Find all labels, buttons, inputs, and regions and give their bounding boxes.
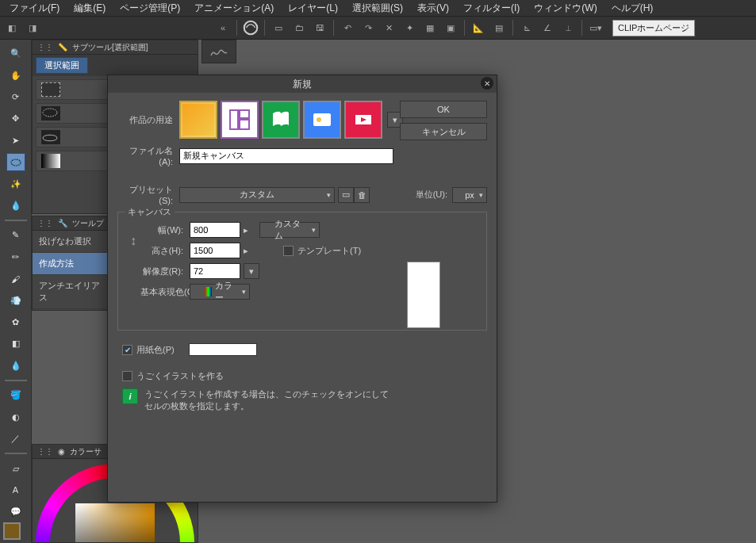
preset-delete-button[interactable]: 🗑 xyxy=(354,187,370,203)
ruler-icon[interactable]: 📐 xyxy=(470,19,487,36)
filename-label: ファイル名(A): xyxy=(117,145,179,166)
clear-icon[interactable]: ✕ xyxy=(380,19,397,36)
resolution-label: 解像度(R): xyxy=(140,266,190,277)
dialog-titlebar[interactable]: 新規 ✕ xyxy=(108,75,497,93)
toolbar-chevrons[interactable]: « xyxy=(214,19,232,36)
menu-layer[interactable]: レイヤー(L) xyxy=(282,0,344,17)
operation-tool-icon[interactable]: ➤ xyxy=(6,132,25,150)
paper-color-swatch[interactable] xyxy=(189,343,257,356)
color-swatches xyxy=(3,522,21,540)
clip-homepage-link[interactable]: CLIPホームページ xyxy=(612,20,695,36)
canvas-preview xyxy=(407,262,440,328)
move-tool-icon[interactable]: ✥ xyxy=(6,109,25,128)
snap2-icon[interactable]: ∠ xyxy=(539,19,556,36)
rgb-bars-icon xyxy=(205,287,212,296)
undo-icon[interactable]: ↶ xyxy=(339,19,356,36)
redo-icon[interactable]: ↷ xyxy=(359,19,377,36)
airbrush-tool-icon[interactable]: 💨 xyxy=(6,291,25,309)
dialog-close-button[interactable]: ✕ xyxy=(481,77,493,90)
deco-tool-icon[interactable]: ✿ xyxy=(6,313,25,331)
color-circle-icon: ◉ xyxy=(58,447,65,456)
menu-view[interactable]: 表示(V) xyxy=(411,0,455,17)
width-arrow-icon[interactable]: ▸ xyxy=(240,225,251,235)
fg-color-swatch[interactable] xyxy=(3,522,21,540)
resolution-dropdown-button[interactable]: ▾ xyxy=(244,263,259,279)
blend-tool-icon[interactable]: 💧 xyxy=(6,357,25,375)
unit-dropdown[interactable]: px xyxy=(452,187,487,203)
save-file-icon[interactable]: 🖫 xyxy=(311,19,328,36)
new-dialog: 新規 ✕ OK キャンセル 作品の用途 ▾ ファイル名(A): xyxy=(107,75,497,503)
size-preset-dropdown[interactable]: カスタム xyxy=(259,222,320,238)
moving-illust-checkbox[interactable] xyxy=(122,371,132,381)
hand-tool-icon[interactable]: ✋ xyxy=(6,66,25,84)
menu-filter[interactable]: フィルター(I) xyxy=(457,0,526,17)
preset-add-button[interactable]: ▭ xyxy=(338,187,354,203)
menu-window[interactable]: ウィンドウ(W) xyxy=(528,0,603,17)
moving-illust-desc1: うごくイラストを作成する場合は、このチェックをオンにして xyxy=(144,388,389,400)
purpose-print-button[interactable] xyxy=(303,101,341,139)
toolprop-antialias[interactable]: アンチエイリアス xyxy=(33,275,110,309)
eyedropper-tool-icon[interactable]: 💧 xyxy=(6,197,25,215)
brush-tool-icon[interactable]: 🖌 xyxy=(6,270,25,288)
toolbar-left2[interactable]: ◨ xyxy=(24,19,41,36)
workspace-dropdown-icon[interactable]: ▭▾ xyxy=(587,19,604,36)
deselect-icon[interactable]: ▣ xyxy=(442,19,459,36)
toolprop-header[interactable]: ⋮⋮ 🔧 ツールプ xyxy=(33,216,110,231)
document-tab[interactable] xyxy=(201,40,236,63)
moving-illust-desc2: セルの枚数を指定します。 xyxy=(144,400,389,412)
resolution-input[interactable] xyxy=(190,263,240,279)
purpose-comic-button[interactable] xyxy=(221,101,259,139)
menu-file[interactable]: ファイル(F) xyxy=(3,0,66,17)
csp-logo-icon[interactable] xyxy=(242,19,259,36)
template-checkbox[interactable] xyxy=(283,246,294,256)
paper-label: 用紙色(P) xyxy=(136,344,175,356)
gradient-tool-icon[interactable]: ◐ xyxy=(6,408,25,426)
pen-tool-icon[interactable]: ✎ xyxy=(6,226,25,244)
purpose-animation-button[interactable] xyxy=(344,101,382,139)
purpose-book-button[interactable] xyxy=(262,101,300,139)
selection-tool-icon[interactable] xyxy=(6,153,25,171)
svg-point-7 xyxy=(317,117,321,122)
menu-edit[interactable]: 編集(E) xyxy=(67,0,112,17)
subtool-panel-header[interactable]: ⋮⋮ 📏 サブツール[選択範囲] xyxy=(33,40,198,55)
snap-icon[interactable]: ⊾ xyxy=(518,19,535,36)
ok-button[interactable]: OK xyxy=(400,101,487,118)
open-file-icon[interactable]: 🗀 xyxy=(290,19,308,36)
balloon-tool-icon[interactable]: 💬 xyxy=(6,503,25,521)
tool-property-panel: ⋮⋮ 🔧 ツールプ 投げなわ選択 作成方法 アンチエイリアス xyxy=(32,216,111,311)
colormode-dropdown[interactable]: カラー xyxy=(190,284,250,300)
magic-wand-tool-icon[interactable]: ✨ xyxy=(6,174,25,193)
crosshair-icon[interactable]: ✦ xyxy=(401,19,418,36)
subtool-tab-selection[interactable]: 選択範囲 xyxy=(36,57,88,74)
height-arrow-icon[interactable]: ▸ xyxy=(240,246,251,256)
select-all-icon[interactable]: ▦ xyxy=(421,19,439,36)
menu-help[interactable]: ヘルプ(H) xyxy=(605,0,660,17)
paper-checkbox[interactable] xyxy=(122,345,132,355)
text-tool-icon[interactable]: A xyxy=(6,481,25,499)
purpose-illustration-button[interactable] xyxy=(179,101,217,139)
fill-tool-icon[interactable]: 🪣 xyxy=(6,386,25,404)
toolprop-subtitle: 投げなわ選択 xyxy=(33,231,110,253)
frame-tool-icon[interactable]: ▱ xyxy=(6,459,25,477)
zoom-tool-icon[interactable]: 🔍 xyxy=(6,44,25,63)
menu-page[interactable]: ページ管理(P) xyxy=(113,0,186,17)
svg-rect-3 xyxy=(230,110,238,129)
cancel-button[interactable]: キャンセル xyxy=(400,123,487,140)
menu-anim[interactable]: アニメーション(A) xyxy=(188,0,280,17)
toolprop-method[interactable]: 作成方法 xyxy=(33,253,110,275)
eraser-tool-icon[interactable]: ◧ xyxy=(6,335,25,353)
rotate-tool-icon[interactable]: ⟳ xyxy=(6,88,25,106)
preset-dropdown[interactable]: カスタム xyxy=(179,187,335,203)
wrench-icon: 🔧 xyxy=(58,219,67,228)
filename-input[interactable] xyxy=(179,148,393,164)
swap-dimensions-button[interactable]: ↕ xyxy=(126,222,140,260)
line-tool-icon[interactable]: ／ xyxy=(6,430,25,448)
toolbar-left1[interactable]: ◧ xyxy=(3,19,21,36)
grid-icon[interactable]: ▤ xyxy=(490,19,508,36)
pencil-tool-icon[interactable]: ✏ xyxy=(6,248,25,266)
snap3-icon[interactable]: ⟂ xyxy=(559,19,577,36)
width-input[interactable] xyxy=(190,222,240,238)
height-input[interactable] xyxy=(190,243,240,258)
new-file-icon[interactable]: ▭ xyxy=(270,19,287,36)
menu-select[interactable]: 選択範囲(S) xyxy=(346,0,409,17)
